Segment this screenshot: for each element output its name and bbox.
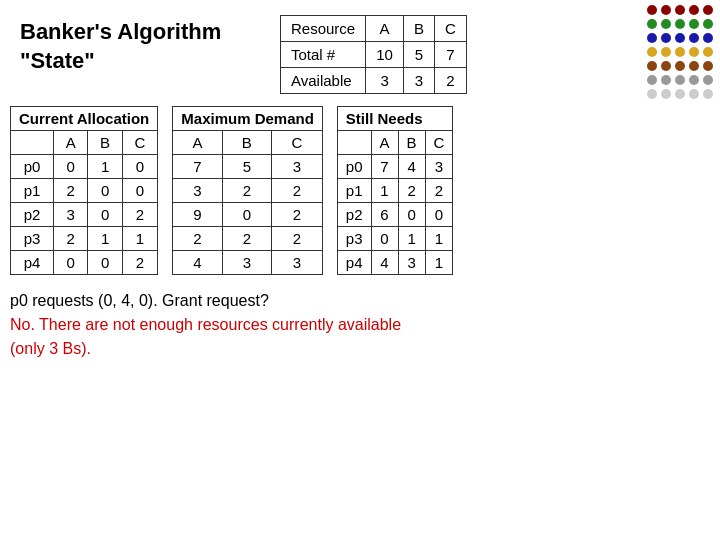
decorative-dot bbox=[661, 33, 671, 43]
sn-p0-a: 7 bbox=[371, 155, 398, 179]
ca-col-header-row: A B C bbox=[11, 131, 158, 155]
ca-p2-name: p2 bbox=[11, 203, 54, 227]
sn-col-c: C bbox=[425, 131, 453, 155]
md-p1-a: 3 bbox=[173, 179, 222, 203]
main-container: Banker's Algorithm "State" Resource A B … bbox=[0, 0, 720, 540]
md-col-c: C bbox=[271, 131, 322, 155]
ca-p0-c: 0 bbox=[122, 155, 158, 179]
bottom-line1: p0 requests (0, 4, 0). Grant request? bbox=[10, 289, 710, 313]
ca-col-c: C bbox=[122, 131, 158, 155]
title-line2: "State" bbox=[20, 48, 95, 73]
sn-p2-name: p2 bbox=[337, 203, 371, 227]
sn-row-p2: p2 6 0 0 bbox=[337, 203, 453, 227]
ca-p2-a: 3 bbox=[53, 203, 87, 227]
md-p0-a: 7 bbox=[173, 155, 222, 179]
ca-p2-c: 2 bbox=[122, 203, 158, 227]
sn-p4-c: 1 bbox=[425, 251, 453, 275]
decorative-dot bbox=[703, 89, 713, 99]
sn-p4-a: 4 bbox=[371, 251, 398, 275]
decorative-dot bbox=[675, 47, 685, 57]
decorative-dot bbox=[647, 33, 657, 43]
decorative-dot bbox=[689, 89, 699, 99]
sn-section-header-row: Still Needs bbox=[337, 107, 453, 131]
md-p3-c: 2 bbox=[271, 227, 322, 251]
decorative-dot bbox=[689, 47, 699, 57]
ca-p4-name: p4 bbox=[11, 251, 54, 275]
decorative-dot bbox=[675, 33, 685, 43]
decorative-dot bbox=[689, 61, 699, 71]
available-b: 3 bbox=[403, 68, 434, 94]
available-row: Available 3 3 2 bbox=[281, 68, 467, 94]
total-label: Total # bbox=[281, 42, 366, 68]
total-c: 7 bbox=[434, 42, 466, 68]
available-label: Available bbox=[281, 68, 366, 94]
ca-p1-b: 0 bbox=[88, 179, 122, 203]
sn-section-header: Still Needs bbox=[337, 107, 453, 131]
current-allocation-table: Current Allocation A B C p0 0 1 0 p1 2 bbox=[10, 106, 158, 275]
md-p4-b: 3 bbox=[222, 251, 271, 275]
col-a-header: A bbox=[366, 16, 404, 42]
sn-p4-name: p4 bbox=[337, 251, 371, 275]
decorative-dot bbox=[647, 19, 657, 29]
sn-col-a: A bbox=[371, 131, 398, 155]
md-row-p1: 3 2 2 bbox=[173, 179, 323, 203]
sn-col-header-row: A B C bbox=[337, 131, 453, 155]
md-p3-a: 2 bbox=[173, 227, 222, 251]
available-c: 2 bbox=[434, 68, 466, 94]
md-section-header: Maximum Demand bbox=[173, 107, 323, 131]
md-row-p0: 7 5 3 bbox=[173, 155, 323, 179]
total-b: 5 bbox=[403, 42, 434, 68]
decorative-dot bbox=[675, 5, 685, 15]
sn-p3-a: 0 bbox=[371, 227, 398, 251]
sn-p0-c: 3 bbox=[425, 155, 453, 179]
ca-p0-b: 1 bbox=[88, 155, 122, 179]
ca-p3-name: p3 bbox=[11, 227, 54, 251]
sn-p2-a: 6 bbox=[371, 203, 398, 227]
ca-p1-name: p1 bbox=[11, 179, 54, 203]
md-col-header-row: A B C bbox=[173, 131, 323, 155]
ca-section-header: Current Allocation bbox=[11, 107, 158, 131]
ca-row-p1: p1 2 0 0 bbox=[11, 179, 158, 203]
sn-col-name bbox=[337, 131, 371, 155]
md-section-header-row: Maximum Demand bbox=[173, 107, 323, 131]
decorative-dot bbox=[675, 75, 685, 85]
md-row-p3: 2 2 2 bbox=[173, 227, 323, 251]
sn-p0-b: 4 bbox=[398, 155, 425, 179]
decorative-dot bbox=[703, 75, 713, 85]
decorative-dot bbox=[703, 5, 713, 15]
sn-col-b: B bbox=[398, 131, 425, 155]
total-a: 10 bbox=[366, 42, 404, 68]
sn-p1-a: 1 bbox=[371, 179, 398, 203]
ca-p3-a: 2 bbox=[53, 227, 87, 251]
md-p4-c: 3 bbox=[271, 251, 322, 275]
ca-p0-a: 0 bbox=[53, 155, 87, 179]
still-needs-table: Still Needs A B C p0 7 4 3 p1 1 2 bbox=[337, 106, 454, 275]
decorative-dot bbox=[689, 75, 699, 85]
decorative-dot bbox=[647, 47, 657, 57]
decorative-dot bbox=[647, 89, 657, 99]
sn-p2-b: 0 bbox=[398, 203, 425, 227]
bottom-line2: No. There are not enough resources curre… bbox=[10, 313, 710, 337]
md-col-b: B bbox=[222, 131, 271, 155]
sn-row-p3: p3 0 1 1 bbox=[337, 227, 453, 251]
sn-p1-name: p1 bbox=[337, 179, 371, 203]
available-a: 3 bbox=[366, 68, 404, 94]
ca-row-p2: p2 3 0 2 bbox=[11, 203, 158, 227]
md-row-p4: 4 3 3 bbox=[173, 251, 323, 275]
ca-p3-c: 1 bbox=[122, 227, 158, 251]
ca-row-p0: p0 0 1 0 bbox=[11, 155, 158, 179]
ca-p4-c: 2 bbox=[122, 251, 158, 275]
decorative-dot bbox=[661, 89, 671, 99]
decorative-dot bbox=[661, 47, 671, 57]
ca-section-header-row: Current Allocation bbox=[11, 107, 158, 131]
ca-p4-a: 0 bbox=[53, 251, 87, 275]
bottom-line3: (only 3 Bs). bbox=[10, 337, 710, 361]
sn-p3-b: 1 bbox=[398, 227, 425, 251]
md-p1-c: 2 bbox=[271, 179, 322, 203]
sn-row-p4: p4 4 3 1 bbox=[337, 251, 453, 275]
total-row: Total # 10 5 7 bbox=[281, 42, 467, 68]
sn-p1-c: 2 bbox=[425, 179, 453, 203]
decorative-dot bbox=[661, 19, 671, 29]
md-p2-c: 2 bbox=[271, 203, 322, 227]
ca-row-p3: p3 2 1 1 bbox=[11, 227, 158, 251]
